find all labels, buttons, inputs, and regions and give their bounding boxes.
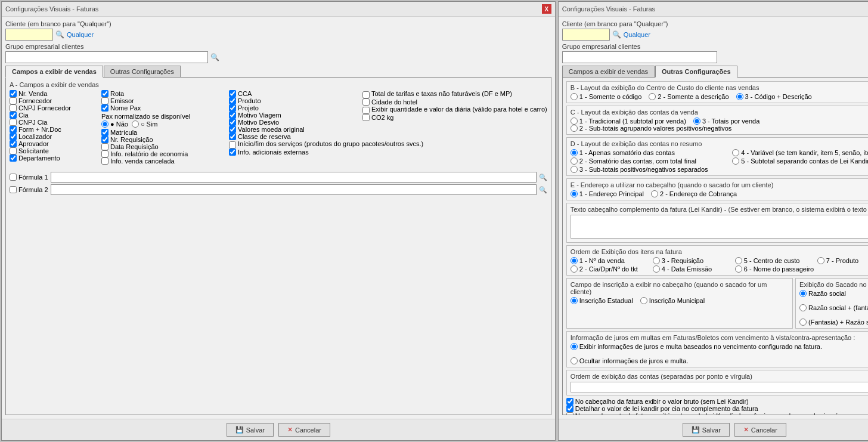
cb-complemento-kandir[interactable] xyxy=(566,412,574,415)
ordem-exibicao-label: Ordem de Exibição dos itens na fatura xyxy=(571,248,868,255)
rb-d2[interactable] xyxy=(571,157,578,165)
cb-departamento[interactable] xyxy=(10,154,17,162)
cb-formula2[interactable] xyxy=(10,186,17,193)
texto-cabecalho-input[interactable] xyxy=(571,215,868,239)
cb-valores-moeda[interactable] xyxy=(229,126,236,133)
ordem-exibicao-section: Ordem de Exibição dos itens na fatura 1 … xyxy=(566,245,868,276)
rb-sacado-razao[interactable] xyxy=(799,290,807,297)
rb-inscricao-municipal[interactable] xyxy=(640,297,647,304)
cb-form-nrdoc[interactable] xyxy=(10,126,17,133)
cb-cidade-hotel[interactable] xyxy=(362,98,370,106)
rb-oe2[interactable] xyxy=(571,265,578,273)
tab-campos-2[interactable]: Campos a exibir de vendas xyxy=(562,66,655,77)
rb-ocultar-juros[interactable] xyxy=(571,357,578,364)
cb-valor-bruto[interactable] xyxy=(566,398,574,405)
rb-b1[interactable] xyxy=(571,93,578,100)
cb-cia[interactable] xyxy=(10,112,17,119)
formula1-input[interactable] xyxy=(51,172,537,183)
search-icon-2: 🔍 xyxy=(612,30,621,39)
cb-classe-reserva[interactable] xyxy=(229,133,236,140)
rb-exibir-juros[interactable] xyxy=(571,343,578,350)
cb-aprovador[interactable] xyxy=(10,140,17,147)
rb-oe7[interactable] xyxy=(817,257,824,264)
close-button-1[interactable]: X xyxy=(542,4,551,14)
rb-c2[interactable] xyxy=(571,125,578,132)
rb-oe1[interactable] xyxy=(571,257,578,264)
cb-data-req[interactable] xyxy=(101,143,108,150)
rb-b2[interactable] xyxy=(649,93,656,100)
rb-b3[interactable] xyxy=(736,93,743,100)
rb-oe3[interactable] xyxy=(653,257,660,264)
rb-oe4[interactable] xyxy=(653,265,660,273)
ordem-contas-input[interactable]: TARIFA;TAXA;TX-DU;DESC-CLI xyxy=(571,382,868,392)
cb-inicio-fim[interactable] xyxy=(229,141,236,149)
rb-e1[interactable] xyxy=(571,190,578,197)
grupo-input-2[interactable] xyxy=(562,51,717,63)
tab-outras-1[interactable]: Outras Configurações xyxy=(104,66,181,77)
window1: Configurações Visuais - Faturas X Client… xyxy=(1,1,556,441)
cb-motivo-desvio[interactable] xyxy=(229,119,236,126)
exibicao-sacado-label: Exibição do Sacado no cabeçalho xyxy=(799,281,868,288)
cb-projeto[interactable] xyxy=(229,104,236,112)
rb-e2[interactable] xyxy=(651,190,658,197)
formula2-input[interactable] xyxy=(51,184,537,195)
cb-total-tarifas[interactable] xyxy=(362,91,370,98)
cb-exibir-qtd[interactable] xyxy=(362,107,370,114)
cb-cnpj-cia[interactable] xyxy=(10,119,17,126)
cb-solicitante[interactable] xyxy=(10,147,17,154)
campo-inscricao-section: Campo de inscrição a exibir no cabeçalho… xyxy=(566,278,793,329)
rb-oe5[interactable] xyxy=(735,257,742,264)
cb-localizador[interactable] xyxy=(10,133,17,140)
rb-d1[interactable] xyxy=(571,149,578,156)
save-button-2[interactable]: 💾 Salvar xyxy=(683,423,730,437)
footer-1: 💾 Salvar ✕ Cancelar xyxy=(2,419,555,440)
cb-cnpj-fornecedor[interactable] xyxy=(10,104,17,112)
rb-c1[interactable] xyxy=(571,118,578,125)
col1-checkboxes: Nr. Venda Fornecedor CNPJ Fornecedor Cia… xyxy=(10,90,99,165)
cb-fornecedor[interactable] xyxy=(10,97,17,104)
rb-inscricao-estadual[interactable] xyxy=(571,297,578,304)
cb-info-adicionais[interactable] xyxy=(229,149,236,156)
tab-content-campos-1: A - Campos a exibir de vendas Nr. Venda … xyxy=(5,78,551,415)
rb-d4[interactable] xyxy=(732,149,739,156)
rb-d5[interactable] xyxy=(732,157,739,165)
cb-emissor[interactable] xyxy=(101,97,108,104)
qualquer-link-1[interactable]: Qualquer xyxy=(67,31,94,38)
client-input-1[interactable] xyxy=(5,29,53,41)
cb-cca[interactable] xyxy=(229,90,236,97)
pax-norm-label: Pax normalizado se disponível xyxy=(101,113,227,120)
save-button-1[interactable]: 💾 Salvar xyxy=(227,423,274,437)
client-input-2[interactable] xyxy=(562,29,610,41)
pax-sim[interactable] xyxy=(132,120,139,128)
section-c-title: C - Layout da exibição das contas da ven… xyxy=(571,109,868,116)
rb-oe6[interactable] xyxy=(735,265,742,273)
tab-outras-2[interactable]: Outras Configurações xyxy=(655,66,737,78)
cb-co2[interactable] xyxy=(362,114,370,121)
cb-formula1[interactable] xyxy=(10,174,17,181)
rb-c3[interactable] xyxy=(693,118,700,125)
cb-info-relatorio[interactable] xyxy=(101,150,108,157)
formula2-search-icon: 🔍 xyxy=(539,186,547,194)
grupo-input-1[interactable] xyxy=(5,51,208,63)
cb-detalhar-kandir[interactable] xyxy=(566,405,574,412)
qualquer-link-2[interactable]: Qualquer xyxy=(624,31,650,38)
rb-sacado-razao-fantasia[interactable] xyxy=(799,304,807,311)
cb-matricula[interactable] xyxy=(101,129,108,136)
cancel-button-1[interactable]: ✕ Cancelar xyxy=(278,423,330,437)
cb-nome-pax[interactable] xyxy=(101,104,108,112)
cb-rota[interactable] xyxy=(101,90,108,97)
texto-cabecalho-label: Texto cabeçalho complemento da fatura (L… xyxy=(571,206,868,213)
cb-nr-venda[interactable] xyxy=(10,90,17,97)
cancel-button-2[interactable]: ✕ Cancelar xyxy=(734,423,786,437)
info-juros-label: Informação de juros em multas em Faturas… xyxy=(571,334,868,341)
cb-info-venda-cancelada[interactable] xyxy=(101,157,108,165)
rb-sacado-fantasia-razao[interactable] xyxy=(799,319,807,326)
cb-produto[interactable] xyxy=(229,97,236,104)
cb-nr-requisicao[interactable] xyxy=(101,136,108,143)
cb-motivo-viagem[interactable] xyxy=(229,112,236,119)
bottom-checkboxes-section: No cabeçalho da fatura exibir o valor br… xyxy=(566,398,868,415)
pax-nao[interactable] xyxy=(101,120,108,128)
rb-d3[interactable] xyxy=(571,166,578,173)
tab-campos-1[interactable]: Campos a exibir de vendas xyxy=(5,66,103,78)
tab-bar-1: Campos a exibir de vendas Outras Configu… xyxy=(5,66,551,78)
